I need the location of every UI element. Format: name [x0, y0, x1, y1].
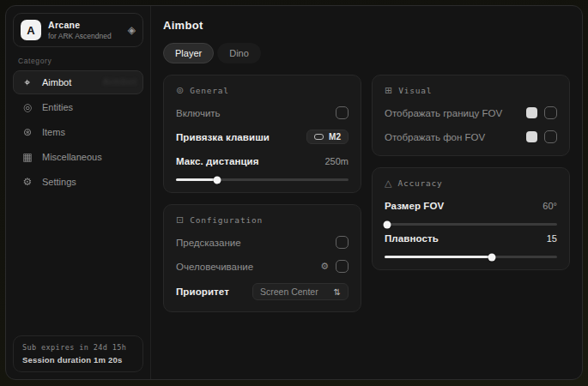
- prediction-label: Предсказание: [176, 238, 241, 248]
- image-icon: ⊞: [385, 85, 392, 96]
- priority-row: Приоритет Screen Center ⇅: [176, 283, 349, 300]
- keybind-button[interactable]: M2: [306, 130, 349, 144]
- prediction-checkbox[interactable]: [336, 236, 349, 249]
- brand-logo: A: [21, 20, 41, 40]
- configuration-card: ⊡ Configuration Предсказание Очеловечива…: [163, 204, 361, 312]
- sidebar-item-label: Miscellaneous: [42, 152, 102, 162]
- main-content: Aimbot Player Dino ⊚ General Включить: [151, 6, 582, 379]
- sub-expires-text: Sub expires in 24d 15h: [22, 343, 134, 352]
- fov-border-row: Отображать границу FOV: [385, 106, 557, 120]
- fov-bg-color-swatch[interactable]: [526, 131, 537, 142]
- target-icon[interactable]: ◈: [128, 24, 136, 36]
- fov-size-label: Размер FOV: [385, 201, 444, 211]
- visual-card: ⊞ Visual Отображать границу FOV Отобража…: [372, 75, 570, 156]
- sidebar-item-items[interactable]: ⊛ Items: [13, 120, 143, 144]
- sliders-icon: ⊚: [176, 85, 184, 96]
- fov-bg-controls: [526, 130, 557, 143]
- brand-subtitle: for ARK Ascendned: [48, 32, 121, 40]
- brand-name: Arcane: [48, 20, 121, 30]
- fov-border-color-swatch[interactable]: [526, 107, 537, 118]
- keybind-row: Привязка клавиши M2: [176, 130, 349, 144]
- slider-fill: [176, 178, 217, 181]
- brand-text: Arcane for ARK Ascendned: [48, 20, 121, 40]
- gear-icon: ⚙: [21, 176, 33, 188]
- visual-card-header: ⊞ Visual: [385, 85, 557, 96]
- humanize-label: Очеловечивание: [176, 262, 253, 272]
- fov-bg-label: Отображать фон FOV: [385, 132, 485, 142]
- slider-thumb[interactable]: [488, 253, 495, 261]
- sidebar-item-settings[interactable]: ⚙ Settings: [13, 170, 143, 194]
- fov-size-slider[interactable]: [385, 223, 557, 226]
- priority-label: Приоритет: [176, 286, 229, 297]
- cheat-window: A Arcane for ARK Ascendned ◈ Category ⌖ …: [5, 5, 583, 380]
- sidebar-item-label: Items: [42, 127, 65, 137]
- crosshair-icon: ⌖: [21, 76, 33, 88]
- configuration-card-header: ⊡ Configuration: [176, 214, 349, 226]
- sidebar-item-miscellaneous[interactable]: ▦ Miscellaneous: [13, 145, 143, 169]
- configuration-card-title: Configuration: [190, 215, 263, 225]
- sidebar-item-label: Settings: [42, 177, 76, 187]
- enable-checkbox[interactable]: [336, 106, 349, 119]
- fov-border-label: Отображать границу FOV: [385, 108, 502, 118]
- enable-row: Включить: [176, 106, 349, 120]
- accuracy-card-header: △ Accuracy: [385, 178, 557, 189]
- sidebar-nav: ⌖ Aimbot Aimbot ◎ Entities ⊛ Items ▦ Mis…: [13, 70, 143, 194]
- max-distance-slider[interactable]: [176, 178, 349, 181]
- right-column: ⊞ Visual Отображать границу FOV Отобража…: [372, 75, 570, 270]
- settings-grid: ⊚ General Включить Привязка клавиши M2: [163, 75, 570, 312]
- max-distance-value: 250m: [324, 156, 349, 166]
- max-distance-row: Макс. дистанция 250m: [176, 154, 349, 168]
- general-card-title: General: [190, 86, 229, 95]
- max-distance-label: Макс. дистанция: [176, 156, 259, 166]
- keybind-value: M2: [329, 132, 341, 142]
- tab-dino[interactable]: Dino: [217, 43, 261, 63]
- slider-fill: [385, 256, 492, 258]
- slider-thumb[interactable]: [384, 220, 391, 228]
- visual-card-title: Visual: [398, 86, 432, 95]
- fov-size-value: 60°: [543, 201, 557, 211]
- mouse-icon: [314, 134, 324, 140]
- sidebar-item-label: Aimbot: [42, 77, 71, 87]
- humanize-checkbox[interactable]: [336, 260, 349, 273]
- accuracy-card-title: Accuracy: [397, 178, 442, 188]
- page-title: Aimbot: [163, 19, 570, 32]
- sidebar: A Arcane for ARK Ascendned ◈ Category ⌖ …: [6, 6, 151, 379]
- fov-border-checkbox[interactable]: [544, 106, 557, 119]
- fov-bg-row: Отображать фон FOV: [385, 130, 557, 144]
- smoothness-value: 15: [547, 233, 557, 244]
- session-info-card: Sub expires in 24d 15h Session duration …: [13, 335, 143, 372]
- tab-player[interactable]: Player: [163, 43, 214, 63]
- fov-border-controls: [526, 106, 557, 119]
- layers-icon: ▦: [21, 151, 33, 163]
- prediction-row: Предсказание: [176, 235, 349, 250]
- left-column: ⊚ General Включить Привязка клавиши M2: [163, 75, 361, 312]
- brand-card: A Arcane for ARK Ascendned ◈: [13, 13, 143, 47]
- category-label: Category: [18, 57, 138, 65]
- sidebar-item-aimbot[interactable]: ⌖ Aimbot Aimbot: [13, 70, 143, 94]
- general-card: ⊚ General Включить Привязка клавиши M2: [163, 75, 361, 193]
- radar-icon: ◎: [21, 101, 33, 113]
- slider-thumb[interactable]: [214, 176, 221, 184]
- chevrons-up-down-icon: ⇅: [334, 287, 341, 297]
- priority-value: Screen Center: [260, 286, 318, 297]
- sidebar-item-entities[interactable]: ◎ Entities: [13, 95, 143, 119]
- enable-label: Включить: [176, 108, 221, 118]
- sidebar-item-label: Entities: [42, 102, 73, 112]
- fov-size-row: Размер FOV 60°: [385, 198, 557, 213]
- humanize-row: Очеловечивание ⚙: [176, 259, 349, 274]
- active-item-shimmer: Aimbot: [103, 76, 137, 87]
- general-card-header: ⊚ General: [176, 85, 349, 96]
- smoothness-row: Плавность 15: [385, 231, 557, 245]
- priority-select[interactable]: Screen Center ⇅: [252, 283, 349, 300]
- accuracy-card: △ Accuracy Размер FOV 60° Плавность 15: [372, 167, 570, 270]
- config-icon: ⊡: [176, 214, 184, 226]
- tab-bar: Player Dino: [163, 43, 570, 63]
- session-duration-text: Session duration 1m 20s: [22, 355, 134, 365]
- fov-bg-checkbox[interactable]: [544, 130, 557, 143]
- humanize-controls: ⚙: [320, 260, 349, 273]
- package-icon: ⊛: [21, 126, 33, 138]
- smoothness-slider[interactable]: [385, 256, 557, 258]
- triangle-icon: △: [385, 178, 391, 189]
- keybind-label: Привязка клавиши: [176, 132, 270, 142]
- gear-icon[interactable]: ⚙: [320, 261, 329, 272]
